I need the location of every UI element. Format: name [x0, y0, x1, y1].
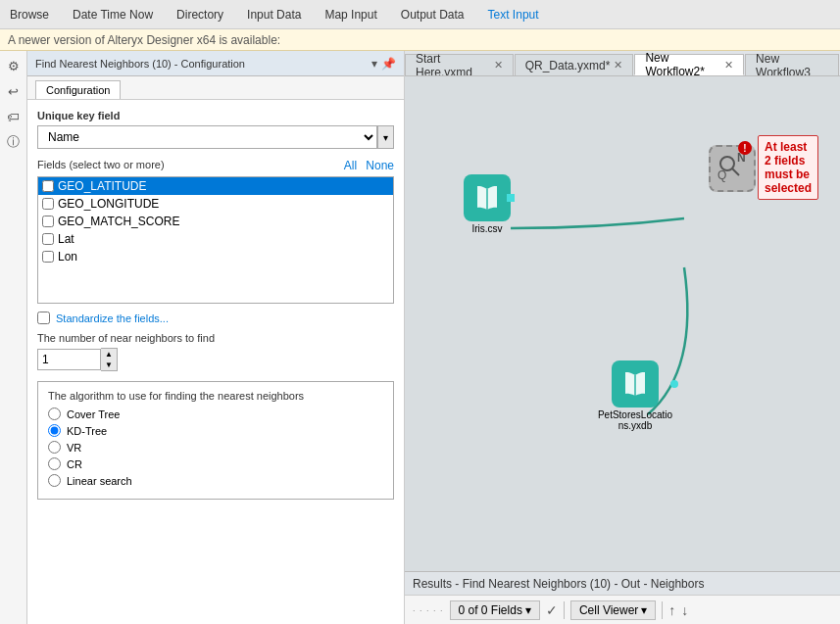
cell-viewer-label: Cell Viewer	[579, 603, 638, 617]
field-checkbox-geo-match-score[interactable]	[42, 216, 54, 227]
config-pin-icon[interactable]: 📌	[381, 57, 396, 71]
main-layout: ⚙ ↩ 🏷 ⓘ Find Nearest Neighbors (10) - Co…	[0, 51, 840, 624]
spinner-down[interactable]: ▼	[101, 360, 117, 370]
iris-book-svg	[471, 182, 503, 214]
algorithm-box: The algorithm to use for finding the nea…	[37, 381, 394, 500]
radio-cr-input[interactable]	[48, 457, 61, 470]
fields-count-button[interactable]: 0 of 0 Fields ▾	[450, 600, 540, 620]
toolbar-directory[interactable]: Directory	[171, 6, 229, 24]
radio-linear-label: Linear search	[67, 475, 132, 487]
standardize-checkbox[interactable]	[37, 312, 50, 324]
radio-kd-tree: KD-Tree	[48, 424, 383, 437]
tab-close-new-workflow2[interactable]: ✕	[724, 59, 733, 72]
sidebar-icon-tag[interactable]: 🏷	[3, 106, 25, 127]
toolbar-datetime[interactable]: Date Time Now	[67, 6, 159, 24]
toolbar-browse[interactable]: Browse	[4, 6, 55, 24]
svg-line-2	[732, 168, 739, 175]
toolbar-textinput[interactable]: Text Input	[482, 6, 545, 24]
iris-node-icon	[464, 174, 511, 221]
unique-key-row: Name ▾	[37, 125, 394, 149]
fields-count-arrow: ▾	[525, 603, 531, 617]
standardize-row: Standardize the fields...	[37, 312, 394, 324]
spinner-buttons: ▲ ▼	[101, 348, 118, 371]
tab-start-here[interactable]: Start Here.yxmd ✕	[405, 54, 514, 75]
config-header: Find Nearest Neighbors (10) - Configurat…	[27, 51, 404, 76]
field-item-lat[interactable]: Lat	[38, 230, 393, 248]
radio-kd-tree-label: KD-Tree	[67, 425, 107, 437]
radio-cover-tree: Cover Tree	[48, 408, 383, 420]
config-header-title: Find Nearest Neighbors (10) - Configurat…	[35, 58, 245, 70]
field-checkbox-geo-latitude[interactable]	[42, 180, 54, 192]
unique-key-dropdown[interactable]: Name	[37, 125, 377, 149]
field-item-geo-match-score[interactable]: GEO_MATCH_SCORE	[38, 213, 393, 230]
tab-label-new-workflow3: New Workflow3	[756, 52, 828, 77]
sidebar-icon-info[interactable]: ⓘ	[3, 131, 25, 153]
results-toolbar: · · · · · 0 of 0 Fields ▾ ✓ Cell Viewer …	[405, 595, 840, 624]
tab-new-workflow2[interactable]: New Workflow2* ✕	[634, 54, 744, 75]
update-bar: A newer version of Alteryx Designer x64 …	[0, 29, 840, 51]
workflow-canvas[interactable]: Iris.csv N Q	[405, 76, 840, 571]
spinner-up[interactable]: ▲	[101, 349, 117, 360]
field-item-geo-latitude[interactable]: GEO_LATITUDE	[38, 177, 393, 195]
sort-up-icon[interactable]: ↑	[668, 602, 675, 618]
field-label-lon: Lon	[58, 250, 77, 264]
toolbar-inputdata[interactable]: Input Data	[241, 6, 307, 24]
results-separator	[564, 601, 565, 619]
neighbors-input[interactable]: 1	[37, 349, 101, 370]
tab-new-workflow3[interactable]: New Workflow3	[745, 54, 839, 75]
node-find[interactable]: N Q ! At least 2 fields must be selected	[709, 145, 756, 192]
radio-linear-input[interactable]	[48, 474, 61, 487]
tab-qr-data[interactable]: QR_Data.yxmd* ✕	[515, 54, 634, 75]
update-bar-text: A newer version of Alteryx Designer x64 …	[8, 33, 280, 47]
radio-cover-tree-input[interactable]	[48, 408, 61, 420]
svg-text:Q: Q	[717, 168, 726, 182]
iris-node-label: Iris.csv	[471, 223, 502, 234]
standardize-link[interactable]: Standardize the fields...	[56, 312, 169, 324]
tab-close-start-here[interactable]: ✕	[494, 59, 503, 72]
tab-close-qr-data[interactable]: ✕	[614, 59, 622, 72]
sidebar-icon-arrow[interactable]: ↩	[3, 80, 25, 102]
unique-key-arrow[interactable]: ▾	[377, 125, 394, 149]
fields-label: Fields (select two or more)	[37, 159, 165, 172]
radio-kd-tree-input[interactable]	[48, 424, 61, 437]
left-panel: Find Nearest Neighbors (10) - Configurat…	[27, 51, 405, 624]
pet-node-icon	[612, 360, 659, 408]
find-node-svg: N Q	[716, 152, 749, 185]
node-pet[interactable]: PetStoresLocatio ns.yxdb	[596, 360, 674, 431]
radio-linear: Linear search	[48, 474, 383, 487]
field-item-lon[interactable]: Lon	[38, 248, 393, 265]
results-bar-text: Results - Find Nearest Neighbors (10) - …	[413, 577, 704, 591]
field-checkbox-lon[interactable]	[42, 251, 54, 263]
results-bar: Results - Find Nearest Neighbors (10) - …	[405, 571, 840, 595]
fields-label-row: Fields (select two or more) All None	[37, 159, 394, 172]
config-tab-configuration[interactable]: Configuration	[35, 80, 121, 99]
toolbar-outputdata[interactable]: Output Data	[395, 6, 470, 24]
field-checkbox-geo-longitude[interactable]	[42, 198, 54, 210]
fields-none-link[interactable]: None	[366, 159, 394, 172]
fields-all-link[interactable]: All	[344, 159, 357, 172]
scroll-indicator: · · · · ·	[413, 605, 444, 615]
field-label-geo-match-score: GEO_MATCH_SCORE	[58, 215, 179, 228]
sidebar-icon-gear[interactable]: ⚙	[3, 55, 25, 76]
pet-book-svg	[619, 368, 651, 400]
radio-vr-input[interactable]	[48, 441, 61, 454]
cell-viewer-button[interactable]: Cell Viewer ▾	[570, 600, 656, 620]
toolbar-mapinput[interactable]: Map Input	[319, 6, 382, 24]
fields-count-label: 0 of 0 Fields	[459, 603, 522, 617]
iris-output-port	[507, 194, 515, 202]
main-toolbar: Browse Date Time Now Directory Input Dat…	[0, 0, 840, 29]
fields-list: GEO_LATITUDE GEO_LONGITUDE GEO_MATCH_SCO…	[37, 176, 394, 304]
config-collapse-icon[interactable]: ▾	[371, 57, 377, 71]
config-tab-bar: Configuration	[27, 76, 404, 100]
sort-down-icon[interactable]: ↓	[681, 602, 688, 618]
field-label-geo-longitude: GEO_LONGITUDE	[58, 197, 159, 211]
field-checkbox-lat[interactable]	[42, 233, 54, 245]
error-indicator: !	[738, 141, 752, 155]
radio-vr-label: VR	[67, 442, 81, 454]
error-tooltip-text: At least 2 fields must be selected	[765, 140, 812, 195]
tab-label-qr-data: QR_Data.yxmd*	[525, 59, 611, 72]
node-iris[interactable]: Iris.csv	[464, 174, 511, 234]
checkmark-icon[interactable]: ✓	[546, 602, 558, 618]
field-item-geo-longitude[interactable]: GEO_LONGITUDE	[38, 195, 393, 213]
pet-output-port	[670, 380, 678, 388]
